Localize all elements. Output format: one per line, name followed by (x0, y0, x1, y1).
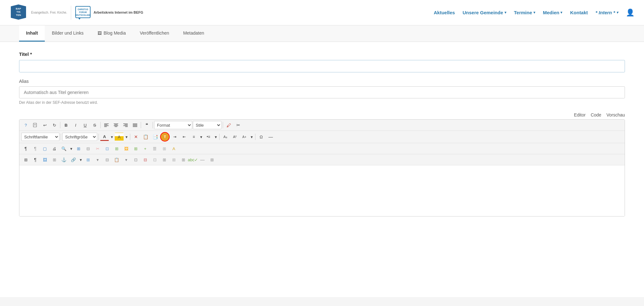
toolbar-paste-special-btn[interactable]: T (160, 132, 170, 142)
nav-unsere-gemeinde[interactable]: Unsere Gemeinde ▾ (463, 10, 506, 15)
toolbar-print-btn[interactable]: 🖨 (50, 144, 59, 153)
toolbar-paste-word-btn[interactable]: 📑 (151, 133, 159, 141)
editor-wrapper: ? ↩ ↻ B I U S (19, 119, 625, 216)
editor-mode-preview[interactable]: Vorschau (607, 112, 625, 117)
toolbar-hr-btn[interactable]: — (266, 133, 275, 141)
tab-bilder-links[interactable]: Bilder und Links (45, 25, 91, 42)
format-select[interactable]: Format Überschrift 1 Überschrift 2 Übers… (154, 121, 192, 129)
toolbar-superscript-btn[interactable]: A² (230, 133, 239, 141)
toolbar-strikethrough-btn[interactable]: S (90, 121, 99, 129)
toolbar-preview-btn[interactable]: ⊞ (74, 144, 83, 153)
tab-veroeffentlichen[interactable]: Veröffentlichen (133, 25, 176, 42)
toolbar-highlight-dropdown[interactable]: ▾ (124, 133, 129, 141)
toolbar-ordered-list-dropdown[interactable]: ▾ (199, 133, 203, 141)
toolbar-more-dropdown[interactable]: ▾ (249, 133, 254, 141)
toolbar-cols3-btn[interactable]: ⊞ (169, 156, 178, 164)
toolbar-new-btn[interactable] (31, 121, 40, 129)
stile-select[interactable]: Stile (193, 121, 221, 129)
tab-metadaten[interactable]: Metadaten (176, 25, 211, 42)
toolbar-row-2: Schriftfamilie Schriftgröße A ▾ A ▾ ✕ 📋 … (19, 131, 625, 143)
toolbar-image-btn[interactable]: 🖼 (122, 144, 131, 153)
toolbar-para-btn[interactable]: ¶ (21, 144, 30, 153)
toolbar-indent-btn[interactable]: ⇥ (170, 133, 179, 141)
toolbar-image2-btn[interactable]: ⊞ (50, 156, 59, 164)
nav-medien[interactable]: Medien ▾ (543, 10, 563, 15)
toolbar-ordered-list-btn[interactable]: ≡ (189, 133, 198, 141)
toolbar-subscript-btn[interactable]: A₂ (221, 133, 230, 141)
toolbar-btn-d[interactable]: 📋 (112, 156, 121, 164)
toolbar-cut-btn[interactable]: ✂ (93, 144, 102, 153)
toolbar-font-color-btn[interactable]: A (100, 133, 109, 141)
toolbar-paste-plain-btn[interactable]: ✕ (132, 133, 140, 141)
toolbar-btn-e[interactable]: ▾ (122, 156, 131, 164)
toolbar-block-btn[interactable]: ▢ (40, 144, 49, 153)
toolbar-para2-btn[interactable]: ¶ (31, 144, 40, 153)
toolbar-justify-btn[interactable] (131, 121, 139, 129)
toolbar-btn-b[interactable]: ▾ (93, 156, 102, 164)
editor-mode-code[interactable]: Code (591, 112, 601, 117)
toolbar-cols2-btn[interactable]: ⊞ (160, 156, 169, 164)
svg-text:DEUTSCHLAND: DEUTSCHLAND (75, 14, 91, 16)
toolbar-italic-btn[interactable]: I (71, 121, 80, 129)
alias-input[interactable] (19, 86, 625, 98)
toolbar-remove-format-btn[interactable]: 🖊 (224, 121, 233, 129)
svg-text:TEN: TEN (16, 14, 21, 17)
toolbar-outdent-btn[interactable]: ⇤ (180, 133, 189, 141)
toolbar-link-dropdown[interactable]: ▾ (78, 156, 83, 164)
main-content: Titel * Alias Der Alias der in der SEF-A… (0, 42, 644, 297)
toolbar-cols4-btn[interactable]: ⊞ (179, 156, 188, 164)
tab-inhalt[interactable]: Inhalt (19, 25, 45, 42)
toolbar-more-btn[interactable]: A+ (240, 133, 249, 141)
toolbar-link-btn[interactable]: 🔗 (69, 156, 78, 164)
toolbar-unordered-list-dropdown[interactable]: ▾ (214, 133, 218, 141)
toolbar-textblock-btn[interactable]: ⊞ (131, 144, 140, 153)
toolbar-undo-btn[interactable]: ↩ (40, 121, 49, 129)
nav-termine[interactable]: Termine ▾ (514, 10, 535, 15)
toolbar-btn-a[interactable]: ⊞ (84, 156, 92, 164)
toolbar-btn-c[interactable]: ⊟ (103, 156, 112, 164)
toolbar-fullscreen-btn[interactable]: ⊞ (207, 156, 216, 164)
tab-blog-media[interactable]: 🖼 Blog Media (91, 25, 133, 42)
toolbar-align-right-btn[interactable] (121, 121, 130, 129)
toolbar-templates-btn[interactable]: ⊟ (84, 144, 92, 153)
toolbar-highlight-btn[interactable]: A (115, 133, 124, 141)
title-input[interactable] (19, 60, 625, 72)
toolbar-textblock3-btn[interactable]: ☰ (150, 144, 159, 153)
toolbar-table-btn[interactable]: ⊞ (21, 156, 30, 164)
toolbar-search-dropdown[interactable]: ▾ (69, 144, 73, 153)
nav-intern[interactable]: * Intern * ▾ (595, 10, 618, 15)
toolbar-btn-f[interactable]: ⊡ (131, 156, 140, 164)
toolbar-paste-btn[interactable]: 📋 (141, 133, 150, 141)
toolbar-underline-btn[interactable]: U (81, 121, 90, 129)
toolbar-clear-all-btn[interactable]: ✂ (234, 121, 243, 129)
font-family-select[interactable]: Schriftfamilie (21, 133, 59, 141)
toolbar-media-btn[interactable]: 🖼 (40, 156, 49, 164)
toolbar-btn-h[interactable]: ⊡ (150, 156, 159, 164)
toolbar-hr2-btn[interactable]: — (198, 156, 207, 164)
toolbar-special-chars-btn[interactable]: Ω (257, 133, 266, 141)
toolbar-style2-btn[interactable]: A (169, 144, 178, 153)
nav-aktuelles[interactable]: Aktuelles (434, 10, 455, 15)
toolbar-font-color-dropdown[interactable]: ▾ (110, 133, 114, 141)
toolbar-spell-btn[interactable]: abc✓ (188, 156, 197, 164)
toolbar-unordered-list-btn[interactable]: •≡ (204, 133, 213, 141)
user-icon[interactable]: 👤 (626, 9, 634, 17)
toolbar-redo-btn[interactable]: ↻ (50, 121, 59, 129)
toolbar-para3-btn[interactable]: ¶ (31, 156, 40, 164)
toolbar-copy-btn[interactable]: ⊡ (103, 144, 112, 153)
toolbar-align-left-btn[interactable] (102, 121, 111, 129)
toolbar-blockquote-btn[interactable]: ❝ (142, 121, 151, 129)
toolbar-search-btn[interactable]: 🔍 (59, 144, 68, 153)
toolbar-bold-btn[interactable]: B (62, 121, 71, 129)
toolbar-cols-btn[interactable]: ⊞ (160, 144, 169, 153)
editor-mode-editor[interactable]: Editor (574, 112, 586, 117)
toolbar-paste2-btn[interactable]: ⊞ (112, 144, 121, 153)
toolbar-textblock2-btn[interactable]: + (141, 144, 150, 153)
font-size-select[interactable]: Schriftgröße (62, 133, 97, 141)
editor-content[interactable] (19, 165, 625, 216)
toolbar-anchor-btn[interactable]: ⚓ (59, 156, 68, 164)
toolbar-btn-g[interactable]: ⊟ (141, 156, 150, 164)
toolbar-align-center-btn[interactable] (112, 121, 120, 129)
nav-kontakt[interactable]: Kontakt (570, 10, 588, 15)
toolbar-help-btn[interactable]: ? (21, 121, 30, 129)
